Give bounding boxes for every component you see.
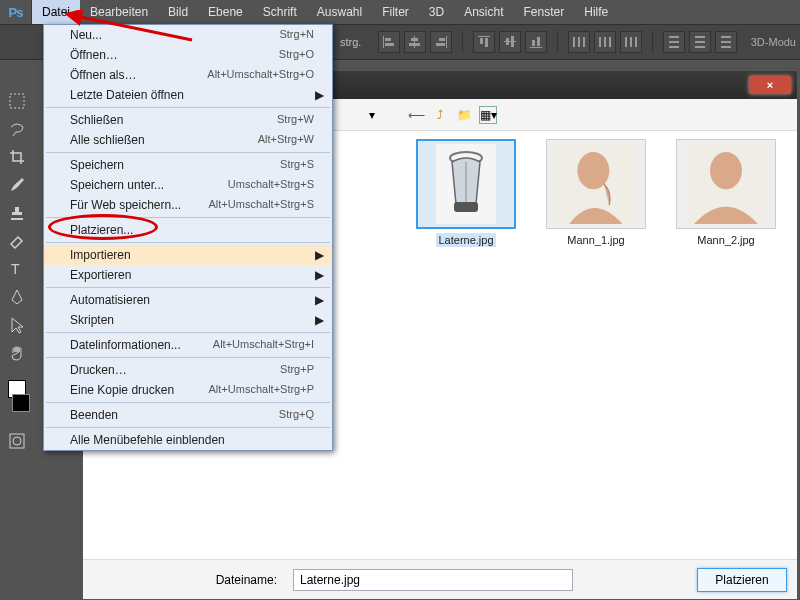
file-thumb-lantern bbox=[416, 139, 516, 229]
dialog-bottom-bar: Dateiname: Platzieren bbox=[83, 559, 797, 599]
menu-item[interactable]: Öffnen als…Alt+Umschalt+Strg+O bbox=[44, 65, 332, 85]
menu-item[interactable]: Alle schließenAlt+Strg+W bbox=[44, 130, 332, 150]
menu-item[interactable]: Automatisieren▶ bbox=[44, 290, 332, 310]
menu-item-label: Für Web speichern... bbox=[70, 198, 181, 212]
menu-item[interactable]: Öffnen…Strg+O bbox=[44, 45, 332, 65]
menu-item-label: Alle Menübefehle einblenden bbox=[70, 433, 225, 447]
menu-auswahl[interactable]: Auswahl bbox=[307, 0, 372, 24]
menu-item[interactable]: SchließenStrg+W bbox=[44, 110, 332, 130]
align-top-icon[interactable] bbox=[473, 31, 495, 53]
distribute-v1-icon[interactable] bbox=[663, 31, 685, 53]
type-tool-icon[interactable]: T bbox=[6, 258, 28, 280]
menu-item[interactable]: Letzte Dateien öffnen▶ bbox=[44, 85, 332, 105]
align-left-icon[interactable] bbox=[378, 31, 400, 53]
distribute-v3-icon[interactable] bbox=[715, 31, 737, 53]
lasso-tool-icon[interactable] bbox=[6, 118, 28, 140]
menu-item-shortcut: Alt+Strg+W bbox=[258, 133, 314, 147]
svg-rect-2 bbox=[385, 43, 394, 46]
menu-item[interactable]: Platzieren... bbox=[44, 220, 332, 240]
dialog-close-button[interactable]: × bbox=[749, 76, 791, 94]
file-item[interactable]: Mann_1.jpg bbox=[541, 139, 651, 247]
hand-tool-icon[interactable] bbox=[6, 342, 28, 364]
svg-rect-29 bbox=[669, 46, 679, 48]
menu-item[interactable]: SpeichernStrg+S bbox=[44, 155, 332, 175]
filename-input[interactable] bbox=[293, 569, 573, 591]
svg-rect-28 bbox=[669, 41, 679, 43]
distribute-v2-icon[interactable] bbox=[689, 31, 711, 53]
path-select-tool-icon[interactable] bbox=[6, 314, 28, 336]
menu-bild[interactable]: Bild bbox=[158, 0, 198, 24]
up-icon[interactable]: ⤴ bbox=[431, 106, 449, 124]
svg-rect-6 bbox=[446, 36, 447, 48]
file-label: Mann_1.jpg bbox=[565, 233, 627, 247]
menu-item-label: Automatisieren bbox=[70, 293, 150, 307]
align-vcenter-icon[interactable] bbox=[499, 31, 521, 53]
pen-tool-icon[interactable] bbox=[6, 286, 28, 308]
place-button[interactable]: Platzieren bbox=[697, 568, 787, 592]
menu-hilfe[interactable]: Hilfe bbox=[574, 0, 618, 24]
align-hcenter-icon[interactable] bbox=[404, 31, 426, 53]
menu-item[interactable]: Alle Menübefehle einblenden bbox=[44, 430, 332, 450]
svg-text:T: T bbox=[11, 261, 20, 277]
menu-item-label: Skripten bbox=[70, 313, 114, 327]
view-mode-icon[interactable]: ▦▾ bbox=[479, 106, 497, 124]
menu-3d[interactable]: 3D bbox=[419, 0, 454, 24]
submenu-arrow-icon: ▶ bbox=[315, 293, 324, 307]
svg-rect-26 bbox=[635, 37, 637, 47]
menu-item-label: Neu... bbox=[70, 28, 102, 42]
menu-ansicht[interactable]: Ansicht bbox=[454, 0, 513, 24]
menu-item-shortcut: Strg+W bbox=[277, 113, 314, 127]
eraser-tool-icon[interactable] bbox=[6, 230, 28, 252]
menu-item[interactable]: Für Web speichern...Alt+Umschalt+Strg+S bbox=[44, 195, 332, 215]
menu-ebene[interactable]: Ebene bbox=[198, 0, 253, 24]
menu-item[interactable]: Speichern unter...Umschalt+Strg+S bbox=[44, 175, 332, 195]
crop-tool-icon[interactable] bbox=[6, 146, 28, 168]
menu-item[interactable]: Skripten▶ bbox=[44, 310, 332, 330]
marquee-tool-icon[interactable] bbox=[6, 90, 28, 112]
menu-item-label: Exportieren bbox=[70, 268, 131, 282]
menu-fenster[interactable]: Fenster bbox=[514, 0, 575, 24]
menu-item[interactable]: Eine Kopie druckenAlt+Umschalt+Strg+P bbox=[44, 380, 332, 400]
menu-separator bbox=[46, 427, 330, 428]
brush-tool-icon[interactable] bbox=[6, 174, 28, 196]
quickmask-icon[interactable] bbox=[6, 430, 28, 452]
svg-rect-0 bbox=[383, 36, 384, 48]
mode-3d-label: 3D-Modu bbox=[751, 36, 796, 48]
svg-rect-10 bbox=[480, 38, 483, 44]
menu-item-shortcut: Alt+Umschalt+Strg+O bbox=[207, 68, 314, 82]
menu-filter[interactable]: Filter bbox=[372, 0, 419, 24]
background-color-swatch[interactable] bbox=[12, 394, 30, 412]
svg-rect-21 bbox=[599, 37, 601, 47]
menu-bearbeiten[interactable]: Bearbeiten bbox=[80, 0, 158, 24]
svg-rect-18 bbox=[573, 37, 575, 47]
svg-rect-9 bbox=[478, 36, 490, 37]
distribute-h2-icon[interactable] bbox=[594, 31, 616, 53]
menu-item-label: Öffnen… bbox=[70, 48, 118, 62]
menu-item-shortcut: Umschalt+Strg+S bbox=[228, 178, 314, 192]
menu-item[interactable]: Datelinformationen...Alt+Umschalt+Strg+I bbox=[44, 335, 332, 355]
menu-item-label: Schließen bbox=[70, 113, 123, 127]
menu-item-shortcut: Alt+Umschalt+Strg+I bbox=[213, 338, 314, 352]
dropdown-chevron-icon[interactable]: ▾ bbox=[363, 106, 381, 124]
svg-rect-27 bbox=[669, 36, 679, 38]
align-bottom-icon[interactable] bbox=[525, 31, 547, 53]
stamp-tool-icon[interactable] bbox=[6, 202, 28, 224]
distribute-h1-icon[interactable] bbox=[568, 31, 590, 53]
svg-rect-24 bbox=[625, 37, 627, 47]
file-item[interactable]: Mann_2.jpg bbox=[671, 139, 781, 247]
file-label: Mann_2.jpg bbox=[695, 233, 757, 247]
new-folder-icon[interactable]: 📁 bbox=[455, 106, 473, 124]
svg-rect-33 bbox=[721, 36, 731, 38]
menu-item[interactable]: Drucken…Strg+P bbox=[44, 360, 332, 380]
menu-datei[interactable]: Datei bbox=[32, 0, 80, 24]
menu-item[interactable]: Neu...Strg+N bbox=[44, 25, 332, 45]
back-icon[interactable]: ⟵ bbox=[407, 106, 425, 124]
svg-rect-22 bbox=[604, 37, 606, 47]
menu-schrift[interactable]: Schrift bbox=[253, 0, 307, 24]
file-item-selected[interactable]: Laterne.jpg bbox=[411, 139, 521, 247]
menu-item[interactable]: Importieren▶ bbox=[44, 245, 332, 265]
distribute-h3-icon[interactable] bbox=[620, 31, 642, 53]
menu-item[interactable]: BeendenStrg+Q bbox=[44, 405, 332, 425]
align-right-icon[interactable] bbox=[430, 31, 452, 53]
menu-item[interactable]: Exportieren▶ bbox=[44, 265, 332, 285]
